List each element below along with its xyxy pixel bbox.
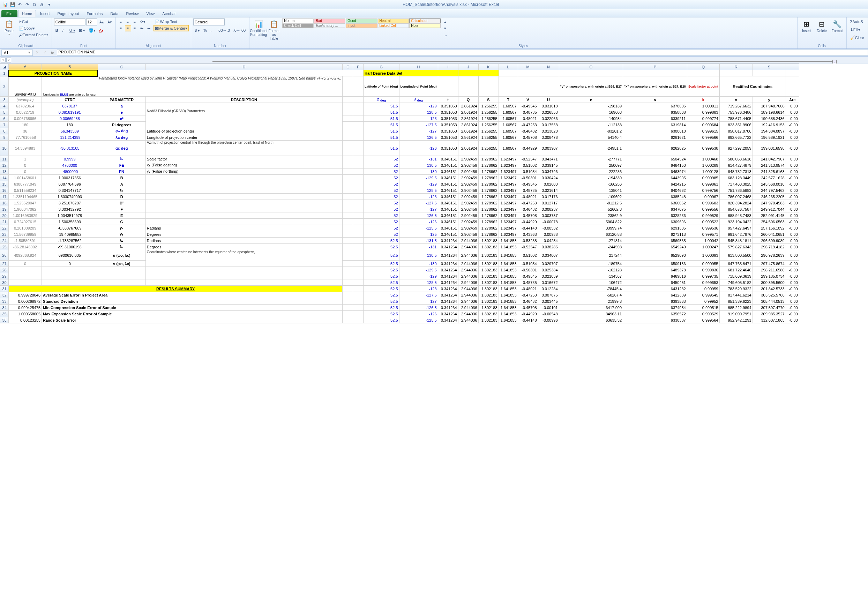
autosum-button[interactable]: Σ AutoS xyxy=(849,19,865,25)
styles-more[interactable]: ⌄ xyxy=(443,32,449,38)
enter-formula-icon[interactable]: ✓ xyxy=(42,50,48,56)
delete-cells-button[interactable]: ⊟Delete xyxy=(815,19,829,33)
ribbon: 📋Paste▾ ✂ Cut 📄 Copy ▾ 🖌 Format Painter … xyxy=(0,17,868,49)
group-label-clipboard: Clipboard xyxy=(2,44,50,48)
tab-formulas[interactable]: Formulas xyxy=(83,10,106,17)
window-title: HOM_ScaleDistortionAnalysis.xlsx - Micro… xyxy=(55,2,847,7)
formula-input[interactable]: PROJECTION NAME xyxy=(57,50,868,56)
italic-button[interactable]: I xyxy=(61,27,67,33)
increase-indent-icon[interactable]: ⇥ xyxy=(146,25,152,31)
style-checkcell[interactable]: Check Cell xyxy=(282,23,314,28)
align-left-icon[interactable]: ≡ xyxy=(118,25,124,31)
save-icon[interactable]: 💾 xyxy=(9,2,16,8)
fill-color-button[interactable]: 🪣▾ xyxy=(87,27,97,33)
tab-review[interactable]: Review xyxy=(122,10,142,17)
new-icon[interactable]: 🗋 xyxy=(31,2,37,8)
copy-button[interactable]: 📄 Copy ▾ xyxy=(17,25,36,31)
excel-icon[interactable]: 📊 xyxy=(2,2,8,8)
tab-pagelayout[interactable]: Page Layout xyxy=(54,10,83,17)
align-center-icon[interactable]: ≡ xyxy=(125,25,131,31)
tab-view[interactable]: View xyxy=(143,10,158,17)
comma-icon[interactable]: , xyxy=(209,27,215,33)
group-font: A▴ A▾ B I U ▾ ⊞ ▾ 🪣▾ A▾ Font xyxy=(52,17,116,48)
group-cells: ⊞Insert ⊟Delete 🔧Format Cells xyxy=(798,17,847,48)
style-note[interactable]: Note xyxy=(409,23,441,28)
align-middle-icon[interactable]: ≡ xyxy=(125,19,131,25)
name-box[interactable]: A1▾ xyxy=(2,50,33,56)
outline-strip: 1 2 − xyxy=(0,56,868,64)
title-bar: 📊 💾 ↶ ↷ 🗋 🖨 ▾ HOM_ScaleDistortionAnalysi… xyxy=(0,0,868,9)
align-right-icon[interactable]: ≡ xyxy=(132,25,138,31)
tab-data[interactable]: Data xyxy=(107,10,122,17)
percent-icon[interactable]: % xyxy=(202,27,208,33)
decrease-indent-icon[interactable]: ⇤ xyxy=(139,25,145,31)
styles-scroll-up[interactable]: ▴ xyxy=(443,19,449,25)
style-linked[interactable]: Linked Cell xyxy=(378,23,409,28)
style-explanatory[interactable]: Explanatory ... xyxy=(314,23,345,28)
outline-level-1[interactable]: 1 xyxy=(1,58,6,62)
decrease-decimal-icon[interactable]: .0→.00 xyxy=(232,27,247,33)
tab-file[interactable]: File xyxy=(2,10,17,17)
increase-decimal-icon[interactable]: .00→.0 xyxy=(216,27,231,33)
format-as-table-button[interactable]: 📋Format as Table xyxy=(267,19,281,41)
tab-insert[interactable]: Insert xyxy=(37,10,53,17)
group-clipboard: 📋Paste▾ ✂ Cut 📄 Copy ▾ 🖌 Format Painter … xyxy=(0,17,52,48)
qat-more-icon[interactable]: ▾ xyxy=(46,2,52,8)
group-label-editing xyxy=(849,47,866,48)
print-icon[interactable]: 🖨 xyxy=(39,2,45,8)
merge-center-button[interactable]: ⊞ Merge & Center ▾ xyxy=(153,25,189,31)
number-format-select[interactable] xyxy=(193,19,225,25)
insert-cells-button[interactable]: ⊞Insert xyxy=(799,19,813,33)
style-good[interactable]: Good xyxy=(346,19,377,23)
conditional-formatting-button[interactable]: 📊Conditional Formatting xyxy=(251,19,265,37)
group-label-number: Number xyxy=(193,44,247,48)
decrease-font-icon[interactable]: A▾ xyxy=(106,19,113,25)
undo-icon[interactable]: ↶ xyxy=(17,2,23,8)
styles-scroll-down[interactable]: ▾ xyxy=(443,25,449,31)
font-size-select[interactable] xyxy=(86,19,97,25)
outline-level-2[interactable]: 2 xyxy=(6,58,11,62)
group-label-cells: Cells xyxy=(799,44,844,48)
outline-collapse-icon[interactable]: − xyxy=(832,60,837,64)
paste-button[interactable]: 📋Paste▾ xyxy=(2,19,16,37)
quick-access-toolbar: 📊 💾 ↶ ↷ 🗋 🖨 ▾ xyxy=(0,1,55,8)
clear-button[interactable]: 🧹 Clear xyxy=(849,34,866,41)
bold-button[interactable]: B xyxy=(54,27,60,33)
cut-button[interactable]: ✂ Cut xyxy=(17,19,29,25)
group-label-font: Font xyxy=(54,44,114,48)
style-bad[interactable]: Bad xyxy=(314,19,345,23)
style-input[interactable]: Input xyxy=(346,23,377,28)
format-cells-button[interactable]: 🔧Format xyxy=(831,19,844,33)
border-button[interactable]: ⊞ ▾ xyxy=(78,27,86,33)
font-name-select[interactable] xyxy=(54,19,86,25)
redo-icon[interactable]: ↷ xyxy=(24,2,30,8)
fx-icon[interactable]: fx xyxy=(50,51,55,55)
tab-acrobat[interactable]: Acrobat xyxy=(159,10,179,17)
currency-icon[interactable]: $ ▾ xyxy=(193,27,201,33)
ribbon-tabs: File Home Insert Page Layout Formulas Da… xyxy=(0,9,868,17)
cancel-formula-icon[interactable]: ✕ xyxy=(34,50,41,56)
group-styles: 📊Conditional Formatting 📋Format as Table… xyxy=(250,17,797,48)
increase-font-icon[interactable]: A▴ xyxy=(98,19,105,25)
tab-home[interactable]: Home xyxy=(18,10,36,17)
orientation-icon[interactable]: ⟳▾ xyxy=(139,19,147,25)
formula-bar: A1▾ ✕ ✓ fx PROJECTION NAME xyxy=(0,49,868,56)
align-bottom-icon[interactable]: ≡ xyxy=(132,19,138,25)
group-editing: Σ AutoS ⬇ Fill ▾ 🧹 Clear xyxy=(847,17,868,48)
group-number: $ ▾ % , .00→.0 .0→.00 Number xyxy=(191,17,250,48)
format-painter-button[interactable]: 🖌 Format Painter xyxy=(17,32,50,38)
group-alignment: ≡ ≡ ≡ ⟳▾ ≡ ≡ ≡ ⇤ ⇥ 📄 Wrap Text ⊞ Merge &… xyxy=(116,17,191,48)
underline-button[interactable]: U ▾ xyxy=(68,27,77,33)
align-top-icon[interactable]: ≡ xyxy=(118,19,124,25)
style-calculation[interactable]: Calculation xyxy=(409,19,441,23)
group-label-alignment: Alignment xyxy=(118,44,189,48)
style-normal[interactable]: Normal xyxy=(282,19,314,23)
group-label-styles: Styles xyxy=(251,44,795,48)
style-neutral[interactable]: Neutral xyxy=(378,19,409,23)
fill-button[interactable]: ⬇ Fill ▾ xyxy=(849,27,862,33)
wrap-text-button[interactable]: 📄 Wrap Text xyxy=(153,19,178,25)
font-color-button[interactable]: A▾ xyxy=(98,27,105,33)
